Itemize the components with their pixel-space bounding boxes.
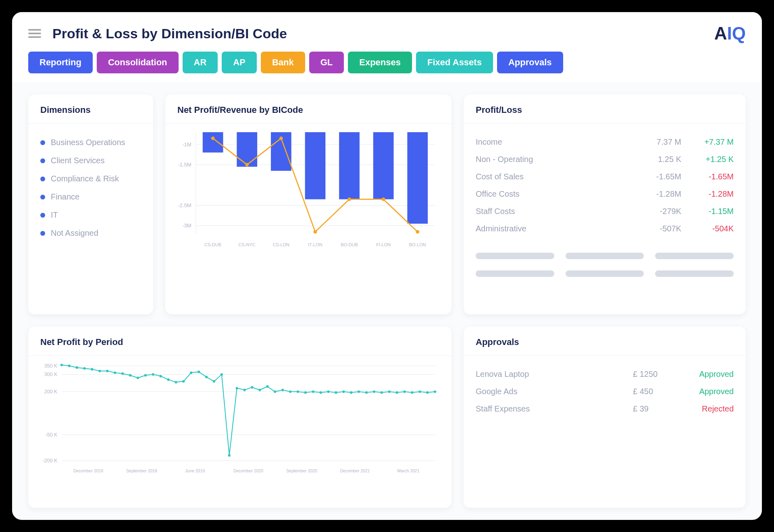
dimension-label: Client Services [51, 156, 104, 165]
svg-point-80 [365, 391, 368, 394]
svg-point-87 [418, 391, 421, 393]
svg-point-81 [373, 391, 375, 393]
approval-label: Google Ads [476, 387, 633, 396]
bicode-title: Net Profit/Revenue by BICode [165, 94, 452, 124]
profitloss-row: Income 7.37 M +7.37 M [476, 133, 734, 151]
svg-text:300 K: 300 K [44, 372, 58, 378]
svg-rect-15 [305, 132, 326, 199]
svg-text:September 2018: September 2018 [126, 469, 157, 473]
svg-rect-9 [203, 132, 223, 152]
tab-reporting[interactable]: Reporting [28, 52, 93, 73]
svg-point-55 [175, 381, 177, 383]
period-title: Net Profit by Period [28, 326, 452, 356]
pl-change: -1.15M [681, 207, 734, 216]
bullet-icon [40, 231, 45, 236]
tab-approvals[interactable]: Approvals [497, 52, 563, 73]
bullet-icon [40, 177, 45, 181]
profitloss-row: Office Costs -1.28M -1.28M [476, 185, 734, 203]
svg-point-71 [297, 391, 299, 393]
approval-amount: £ 1250 [633, 370, 681, 379]
tab-fixed-assets[interactable]: Fixed Assets [416, 52, 493, 73]
header: Profit & Loss by Dimension/BI Code AIQ [12, 12, 762, 52]
svg-point-62 [228, 454, 231, 457]
svg-text:-1M: -1M [182, 141, 191, 148]
svg-point-49 [129, 374, 131, 376]
dimensions-title: Dimensions [28, 94, 153, 124]
pl-value: -507K [633, 224, 681, 233]
skeleton-pill [655, 270, 734, 277]
svg-point-63 [236, 387, 238, 389]
logo-a: A [714, 23, 727, 43]
tab-expenses[interactable]: Expenses [348, 52, 412, 73]
tab-bank[interactable]: Bank [261, 52, 305, 73]
svg-point-40 [60, 364, 63, 366]
svg-point-23 [211, 137, 215, 140]
svg-point-41 [68, 365, 71, 367]
tab-consolidation[interactable]: Consolidation [97, 52, 179, 73]
pl-value: 7.37 M [633, 137, 681, 147]
svg-text:FI-LON: FI-LON [376, 242, 391, 247]
svg-point-25 [279, 137, 283, 140]
svg-rect-21 [407, 132, 428, 224]
svg-point-52 [152, 373, 154, 376]
dimension-item[interactable]: Finance [40, 188, 141, 206]
profitloss-card: Profit/Loss Income 7.37 M +7.37 MNon - O… [464, 94, 746, 314]
tab-ap[interactable]: AP [222, 52, 257, 73]
pl-label: Administrative [476, 224, 633, 233]
pl-change: -1.28M [681, 189, 734, 199]
approval-row: Lenova Laptop £ 1250 Approved [476, 366, 734, 383]
bullet-icon [40, 195, 45, 200]
svg-text:BO-DUB: BO-DUB [341, 242, 358, 247]
svg-point-73 [312, 391, 314, 393]
approvals-card: Approvals Lenova Laptop £ 1250 ApprovedG… [464, 326, 746, 508]
profitloss-row: Administrative -507K -504K [476, 220, 734, 237]
logo-iq: IQ [727, 23, 746, 43]
svg-point-42 [76, 366, 78, 369]
profitloss-row: Cost of Sales -1.65M -1.65M [476, 168, 734, 185]
dimension-item[interactable]: Compliance & Risk [40, 170, 141, 188]
dimension-label: Compliance & Risk [51, 174, 119, 183]
pl-label: Office Costs [476, 189, 633, 199]
approval-amount: £ 39 [633, 404, 681, 414]
svg-text:-50 K: -50 K [46, 432, 58, 438]
skeleton-pill [476, 253, 554, 259]
svg-point-75 [327, 391, 329, 393]
app-window: Profit & Loss by Dimension/BI Code AIQ R… [12, 12, 762, 520]
svg-point-26 [314, 230, 317, 234]
dimension-item[interactable]: Business Operations [40, 133, 141, 152]
svg-text:200 K: 200 K [44, 389, 58, 395]
svg-point-89 [434, 391, 436, 393]
svg-point-60 [213, 380, 215, 382]
skeleton-pill [566, 270, 644, 277]
dimension-label: Business Operations [51, 138, 125, 147]
svg-point-83 [388, 391, 391, 393]
pl-label: Non - Operating [476, 155, 633, 164]
svg-point-43 [83, 367, 85, 370]
tab-gl[interactable]: GL [309, 52, 344, 73]
svg-rect-19 [373, 132, 394, 199]
svg-point-66 [258, 389, 261, 391]
approval-status: Rejected [681, 404, 734, 414]
svg-point-69 [281, 389, 284, 391]
svg-text:BO-LON: BO-LON [409, 242, 426, 247]
page-title: Profit & Loss by Dimension/BI Code [52, 26, 287, 42]
svg-text:350 K: 350 K [44, 363, 58, 369]
profitloss-row: Non - Operating 1.25 K +1.25 K [476, 151, 734, 168]
svg-text:IT-LON: IT-LON [308, 242, 322, 247]
approval-amount: £ 450 [633, 387, 681, 396]
pl-label: Cost of Sales [476, 172, 633, 181]
dimension-item[interactable]: Not Assigned [40, 224, 141, 242]
dimension-label: Finance [51, 192, 79, 202]
skeleton-pill [566, 253, 644, 259]
tab-ar[interactable]: AR [183, 52, 218, 73]
skeleton-row [464, 265, 746, 288]
bicode-card: Net Profit/Revenue by BICode -1M-1.5M-2.… [165, 94, 452, 314]
pl-value: 1.25 K [633, 155, 681, 164]
menu-icon[interactable] [28, 29, 41, 38]
pl-value: -1.28M [633, 189, 681, 199]
dimension-item[interactable]: Client Services [40, 152, 141, 170]
bullet-icon [40, 213, 45, 218]
pl-value: -279K [633, 207, 681, 216]
dimension-item[interactable]: IT [40, 206, 141, 224]
svg-point-82 [381, 391, 383, 394]
